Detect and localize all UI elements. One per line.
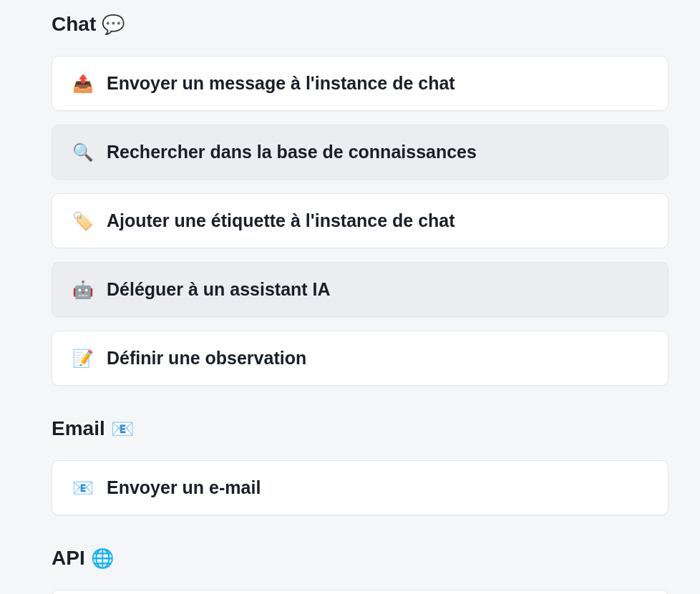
action-list-api xyxy=(52,590,669,594)
action-label: Rechercher dans la base de connaissances xyxy=(107,142,477,162)
action-send-email[interactable]: 📧 Envoyer un e-mail xyxy=(52,460,669,515)
action-label: Envoyer un message à l'instance de chat xyxy=(107,73,455,94)
magnifier-icon: 🔍 xyxy=(72,142,92,162)
section-email: Email 📧 📧 Envoyer un e-mail xyxy=(52,417,669,515)
action-define-observation[interactable]: 📝 Définir une observation xyxy=(52,331,669,386)
section-api: API 🌐 xyxy=(52,547,669,594)
action-add-tag[interactable]: 🏷️ Ajouter une étiquette à l'instance de… xyxy=(52,193,669,248)
section-title-chat: Chat xyxy=(52,13,96,36)
action-categories-container: Chat 💬 📤 Envoyer un message à l'instance… xyxy=(0,0,700,594)
robot-icon: 🤖 xyxy=(72,280,92,300)
email-icon: 📧 xyxy=(72,478,92,498)
action-list-email: 📧 Envoyer un e-mail xyxy=(52,460,669,515)
memo-icon: 📝 xyxy=(72,349,92,369)
action-label: Déléguer à un assistant IA xyxy=(107,279,331,300)
section-header-email: Email 📧 xyxy=(52,417,669,440)
action-send-message[interactable]: 📤 Envoyer un message à l'instance de cha… xyxy=(52,56,669,111)
email-icon: 📧 xyxy=(111,418,134,440)
globe-icon: 🌐 xyxy=(91,547,114,570)
action-search-knowledge[interactable]: 🔍 Rechercher dans la base de connaissanc… xyxy=(52,125,669,180)
action-label: Ajouter une étiquette à l'instance de ch… xyxy=(107,210,455,231)
tag-icon: 🏷️ xyxy=(72,211,92,231)
action-list-chat: 📤 Envoyer un message à l'instance de cha… xyxy=(52,56,669,386)
section-title-api: API xyxy=(52,547,85,570)
section-header-api: API 🌐 xyxy=(52,547,669,570)
action-label: Définir une observation xyxy=(107,348,306,369)
section-header-chat: Chat 💬 xyxy=(52,13,669,36)
section-chat: Chat 💬 📤 Envoyer un message à l'instance… xyxy=(52,13,669,386)
section-title-email: Email xyxy=(52,417,105,440)
action-delegate-ai[interactable]: 🤖 Déléguer à un assistant IA xyxy=(52,262,669,317)
speech-bubble-icon: 💬 xyxy=(102,14,125,36)
outbox-icon: 📤 xyxy=(72,74,92,94)
action-label: Envoyer un e-mail xyxy=(107,477,261,498)
action-api-partial[interactable] xyxy=(52,590,669,594)
